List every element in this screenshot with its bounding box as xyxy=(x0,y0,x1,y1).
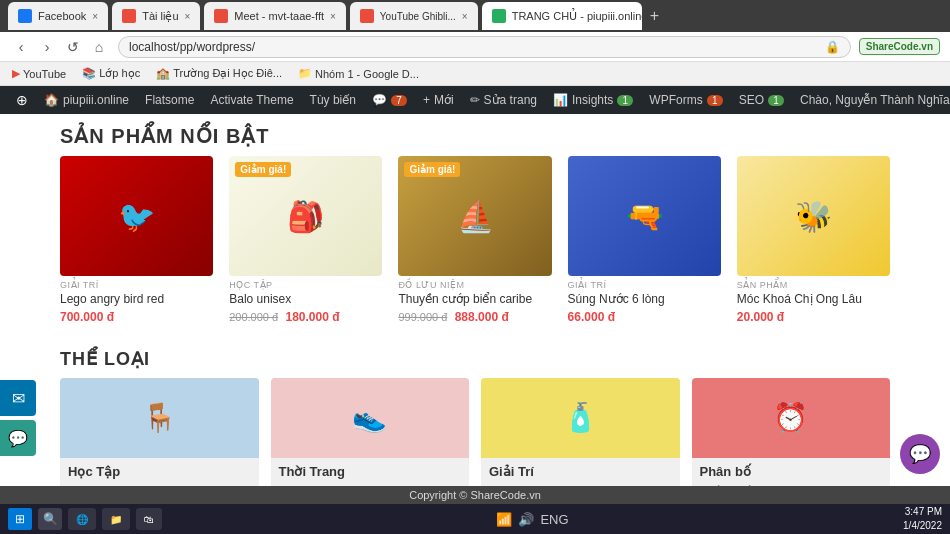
edit-label: Sửa trang xyxy=(484,93,537,107)
bookmark-icon: 📚 xyxy=(82,67,96,80)
bookmark-youtube[interactable]: ▶ YouTube xyxy=(8,65,70,82)
new-label: Mới xyxy=(434,93,454,107)
wp-seo[interactable]: SEO 1 xyxy=(731,86,792,114)
wp-comments[interactable]: 💬 7 xyxy=(364,86,415,114)
product-image-wrap: ⛵ Giảm giá! xyxy=(398,156,551,276)
category-image: ⏰ xyxy=(692,378,891,458)
taskbar-app-explorer[interactable]: 📁 xyxy=(102,508,130,530)
product-category: GIẢI TRÍ xyxy=(568,280,721,290)
bookmark-icon: 📁 xyxy=(298,67,312,80)
product-old-price: 999.000 đ xyxy=(398,311,447,323)
category-name: Giải Trí xyxy=(489,464,672,479)
chrome-icon: 🌐 xyxy=(76,514,88,525)
product-category: ĐỒ LƯU NIỆM xyxy=(398,280,551,290)
address-bar: ‹ › ↺ ⌂ localhost/pp/wordpress/ 🔒 ShareC… xyxy=(0,32,950,62)
main-content: SẢN PHẨM NỔI BẬT 🐦 GIẢI TRÍ Lego angry b… xyxy=(0,114,950,534)
forward-button[interactable]: › xyxy=(36,36,58,58)
wp-logo[interactable]: ⊕ xyxy=(8,86,36,114)
wp-new[interactable]: + Mới xyxy=(415,86,462,114)
taskbar-time: 3:47 PM xyxy=(903,505,942,519)
sharecode-logo: ShareCode.vn xyxy=(859,38,940,55)
bookmarks-bar: ▶ YouTube 📚 Lớp học 🏫 Trường Đại Học Điê… xyxy=(0,62,950,86)
taskbar-search[interactable]: 🔍 xyxy=(38,508,62,530)
wpforms-badge: 1 xyxy=(707,95,723,106)
start-button[interactable]: ⊞ xyxy=(8,508,32,530)
float-chat-right-button[interactable]: 💬 xyxy=(900,434,940,474)
tab-youtube[interactable]: YouTube Ghibli... × xyxy=(350,2,478,30)
comments-badge: 7 xyxy=(391,95,407,106)
url-text: localhost/pp/wordpress/ xyxy=(129,40,825,54)
explorer-icon: 📁 xyxy=(110,514,122,525)
product-card[interactable]: 🐝 SẢN PHẨM Móc Khoá Chị Ong Lâu 20.000 đ xyxy=(737,156,890,324)
home-button[interactable]: ⌂ xyxy=(88,36,110,58)
float-email-button[interactable]: ✉ xyxy=(0,380,36,416)
new-icon: + xyxy=(423,93,430,107)
category-name: Thời Trang xyxy=(279,464,462,479)
tab-label: TRANG CHỦ - piupiii.online xyxy=(512,10,642,23)
wp-edit-page[interactable]: ✏ Sửa trang xyxy=(462,86,545,114)
product-card[interactable]: 🎒 Giảm giá! HỌC TẬP Balo unisex 200.000 … xyxy=(229,156,382,324)
copyright-text: Copyright © ShareCode.vn xyxy=(409,489,541,501)
product-name: Balo unisex xyxy=(229,292,382,308)
product-category: GIẢI TRÍ xyxy=(60,280,213,290)
category-image: 🧴 xyxy=(481,378,680,458)
bookmark-lophoc[interactable]: 📚 Lớp học xyxy=(78,65,144,82)
refresh-button[interactable]: ↺ xyxy=(62,36,84,58)
product-image: 🐦 xyxy=(60,156,213,276)
bookmark-truong[interactable]: 🏫 Trường Đại Học Điê... xyxy=(152,65,286,82)
seo-label: SEO xyxy=(739,93,764,107)
tab-close-icon[interactable]: × xyxy=(462,11,468,22)
category-name: Học Tập xyxy=(68,464,251,479)
wp-activate-theme[interactable]: Activate Theme xyxy=(202,86,301,114)
url-bar[interactable]: localhost/pp/wordpress/ 🔒 xyxy=(118,36,851,58)
wp-insights[interactable]: 📊 ShareCode.vn Insights 1 xyxy=(545,86,641,114)
wp-customize[interactable]: Tùy biến xyxy=(302,86,364,114)
category-image: 🪑 xyxy=(60,378,259,458)
product-price: 999.000 đ 888.000 đ xyxy=(398,310,551,324)
activate-label: Activate Theme xyxy=(210,93,293,107)
flatsome-label: Flatsome xyxy=(145,93,194,107)
taskbar: ⊞ 🔍 🌐 📁 🛍 📶 🔊 ENG 3:47 PM 1/4/2022 xyxy=(0,504,950,534)
tab-favicon xyxy=(492,9,506,23)
bookmark-label: YouTube xyxy=(23,68,66,80)
language-icon: ENG xyxy=(540,512,568,527)
tab-close-icon[interactable]: × xyxy=(92,11,98,22)
tab-close-icon[interactable]: × xyxy=(185,11,191,22)
wp-admin-bar: ⊕ 🏠 piupiii.online Flatsome Activate The… xyxy=(0,86,950,114)
wp-site-name[interactable]: 🏠 piupiii.online xyxy=(36,86,137,114)
store-icon: 🛍 xyxy=(144,514,154,525)
product-name: Súng Nước 6 lòng xyxy=(568,292,721,308)
tab-meet[interactable]: Meet - mvt-taae-fft × xyxy=(204,2,346,30)
taskbar-app-chrome[interactable]: 🌐 xyxy=(68,508,96,530)
product-new-price: 180.000 đ xyxy=(285,310,339,324)
tab-label: Facebook xyxy=(38,10,86,22)
browser-chrome: Facebook × Tài liệu × Meet - mvt-taae-ff… xyxy=(0,0,950,32)
tab-close-icon[interactable]: × xyxy=(330,11,336,22)
wp-greeting[interactable]: Chào, Nguyễn Thành Nghĩa 🔍 xyxy=(792,86,950,114)
customize-label: Tùy biến xyxy=(310,93,356,107)
tab-tailieu[interactable]: Tài liệu × xyxy=(112,2,200,30)
insights-icon: 📊 xyxy=(553,93,568,107)
taskbar-app-store[interactable]: 🛍 xyxy=(136,508,162,530)
copyright-bar: Copyright © ShareCode.vn xyxy=(0,486,950,504)
comment-icon: 💬 xyxy=(372,93,387,107)
back-button[interactable]: ‹ xyxy=(10,36,32,58)
seo-badge: 1 xyxy=(768,95,784,106)
new-tab-button[interactable]: + xyxy=(646,7,663,25)
site-icon: 🏠 xyxy=(44,93,59,107)
product-card[interactable]: 🔫 GIẢI TRÍ Súng Nước 6 lòng 66.000 đ xyxy=(568,156,721,324)
product-name: Lego angry bird red xyxy=(60,292,213,308)
wp-flatsome[interactable]: Flatsome xyxy=(137,86,202,114)
product-card[interactable]: ⛵ Giảm giá! ĐỒ LƯU NIỆM Thuyền cướp biển… xyxy=(398,156,551,324)
youtube-icon: ▶ xyxy=(12,67,20,80)
tab-piupiii[interactable]: TRANG CHỦ - piupiii.online × xyxy=(482,2,642,30)
float-chat-button[interactable]: 💬 xyxy=(0,420,36,456)
product-price: 66.000 đ xyxy=(568,310,721,324)
product-image-wrap: 🎒 Giảm giá! xyxy=(229,156,382,276)
wp-wpforms[interactable]: WPForms 1 xyxy=(641,86,730,114)
taskbar-clock: 3:47 PM 1/4/2022 xyxy=(903,505,942,533)
tab-facebook[interactable]: Facebook × xyxy=(8,2,108,30)
bookmark-nhom[interactable]: 📁 Nhóm 1 - Google D... xyxy=(294,65,423,82)
product-price: 20.000 đ xyxy=(737,310,890,324)
product-card[interactable]: 🐦 GIẢI TRÍ Lego angry bird red 700.000 đ xyxy=(60,156,213,324)
